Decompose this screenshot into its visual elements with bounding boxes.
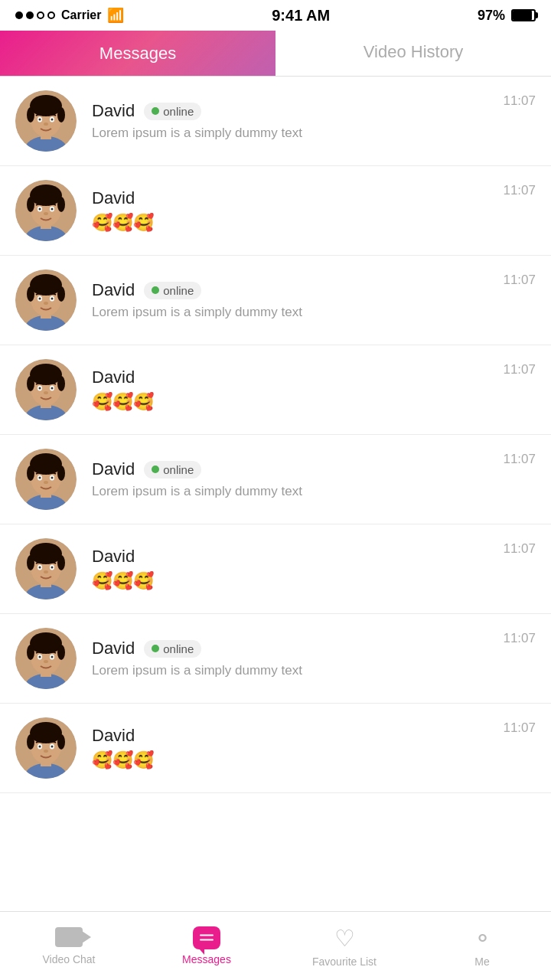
message-item[interactable]: David🥰🥰🥰11:07 (0, 166, 551, 256)
message-preview: Lorem ipsum is a simply dummy text (92, 305, 495, 320)
online-badge: online (144, 640, 201, 658)
svg-point-53 (27, 466, 34, 481)
message-time: 11:07 (503, 452, 536, 467)
message-preview: Lorem ipsum is a simply dummy text (92, 484, 495, 499)
message-time: 11:07 (503, 631, 536, 646)
svg-point-16 (30, 185, 62, 206)
online-dot (152, 466, 159, 473)
svg-point-66 (57, 555, 65, 570)
svg-point-54 (57, 466, 65, 481)
battery-icon (511, 9, 536, 21)
message-item[interactable]: DavidonlineLorem ipsum is a simply dummy… (0, 614, 551, 704)
message-content: DavidonlineLorem ipsum is a simply dummy… (92, 280, 495, 320)
avatar (15, 538, 77, 599)
message-item[interactable]: David🥰🥰🥰11:07 (0, 704, 551, 793)
message-preview: 🥰🥰🥰 (92, 392, 495, 412)
online-badge: online (144, 103, 201, 120)
svg-point-42 (57, 376, 65, 391)
svg-point-46 (51, 387, 54, 390)
svg-point-40 (30, 364, 62, 385)
message-top-row: Davidonline (92, 280, 495, 300)
online-label: online (163, 284, 194, 297)
signal-dot-3 (37, 11, 44, 19)
status-time: 9:41 AM (272, 7, 330, 24)
contact-name: David (92, 459, 135, 479)
message-item[interactable]: David🥰🥰🥰11:07 (0, 524, 551, 614)
message-preview: 🥰🥰🥰 (92, 750, 495, 770)
messages-container: DavidonlineLorem ipsum is a simply dummy… (0, 77, 551, 793)
message-item[interactable]: DavidonlineLorem ipsum is a simply dummy… (0, 77, 551, 166)
messages-icon (193, 926, 220, 949)
video-chat-icon (55, 927, 83, 949)
svg-point-21 (39, 208, 41, 211)
svg-point-65 (27, 555, 34, 570)
signal-dot-1 (15, 11, 23, 19)
online-label: online (163, 105, 194, 118)
online-dot (152, 107, 159, 115)
person-icon: ⚬ (473, 925, 492, 952)
message-content: David🥰🥰🥰 (92, 368, 495, 412)
message-content: DavidonlineLorem ipsum is a simply dummy… (92, 101, 495, 141)
contact-name: David (92, 547, 135, 567)
svg-point-81 (39, 656, 41, 658)
status-right: 97% (478, 8, 536, 24)
message-top-row: Davidonline (92, 101, 495, 121)
svg-point-18 (57, 197, 65, 212)
avatar (15, 180, 77, 241)
svg-point-89 (27, 734, 34, 750)
wifi-icon: 📶 (107, 7, 124, 24)
battery-percent: 97% (478, 8, 505, 24)
svg-point-77 (27, 645, 34, 660)
svg-point-35 (44, 302, 48, 305)
svg-point-90 (57, 734, 65, 750)
signal-dot-2 (26, 11, 34, 19)
message-content: David🥰🥰🥰 (92, 726, 495, 770)
message-item[interactable]: DavidonlineLorem ipsum is a simply dummy… (0, 256, 551, 345)
carrier-label: Carrier (61, 8, 101, 22)
online-label: online (163, 463, 194, 476)
message-item[interactable]: David🥰🥰🥰11:07 (0, 345, 551, 435)
svg-point-64 (30, 543, 62, 564)
nav-favourite-list[interactable]: ♡ Favourite List (276, 925, 413, 968)
message-top-row: David (92, 547, 495, 567)
svg-point-59 (44, 481, 48, 484)
tab-video-history[interactable]: Video History (276, 31, 551, 76)
avatar (15, 270, 77, 331)
signal-dot-4 (47, 11, 55, 19)
svg-point-70 (51, 567, 54, 569)
svg-point-76 (30, 632, 62, 654)
avatar (15, 359, 77, 420)
nav-messages[interactable]: Messages (138, 926, 276, 965)
message-time: 11:07 (503, 273, 536, 288)
svg-point-58 (51, 477, 54, 479)
tab-header: Messages Video History (0, 31, 551, 77)
svg-point-94 (51, 746, 54, 748)
avatar (15, 449, 77, 510)
svg-point-5 (27, 107, 34, 122)
avatar (15, 717, 77, 779)
contact-name: David (92, 368, 135, 387)
message-content: David🥰🥰🥰 (92, 188, 495, 233)
signal-dots (15, 11, 55, 19)
online-badge: online (144, 461, 201, 479)
nav-video-chat[interactable]: Video Chat (0, 927, 138, 965)
message-top-row: Davidonline (92, 459, 495, 479)
message-item[interactable]: DavidonlineLorem ipsum is a simply dummy… (0, 435, 551, 524)
message-content: DavidonlineLorem ipsum is a simply dummy… (92, 639, 495, 678)
svg-point-88 (30, 722, 62, 743)
contact-name: David (92, 280, 135, 300)
nav-me[interactable]: ⚬ Me (413, 925, 551, 968)
svg-point-22 (51, 208, 54, 211)
nav-me-label: Me (474, 956, 489, 968)
message-time: 11:07 (503, 720, 536, 736)
svg-point-45 (39, 387, 41, 390)
contact-name: David (92, 188, 135, 208)
battery-fill (513, 11, 532, 20)
svg-point-71 (44, 570, 48, 573)
svg-point-95 (44, 750, 48, 753)
message-time: 11:07 (503, 541, 536, 557)
message-top-row: David (92, 188, 495, 208)
message-top-row: David (92, 368, 495, 387)
tab-messages[interactable]: Messages (0, 31, 276, 76)
message-preview: 🥰🥰🥰 (92, 213, 495, 233)
